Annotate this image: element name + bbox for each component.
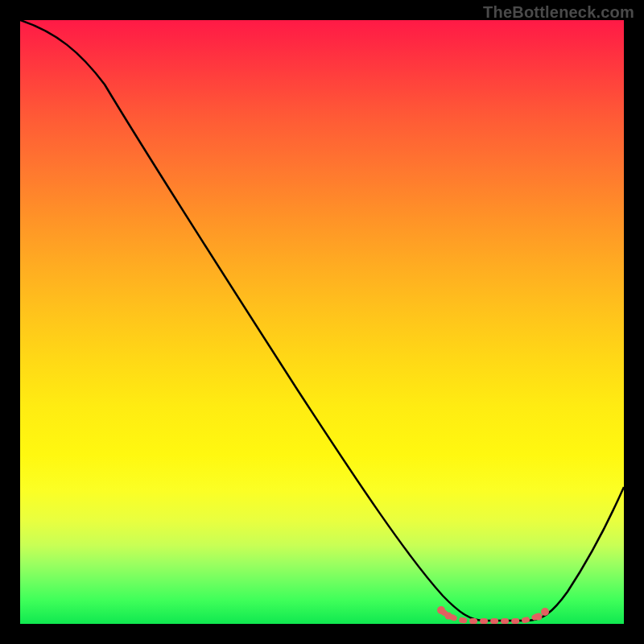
watermark-text: TheBottleneck.com — [483, 3, 634, 22]
highlight-dotted — [443, 612, 543, 621]
curve-line — [20, 20, 624, 621]
highlight-dot-1 — [445, 613, 452, 620]
highlight-dot-start — [437, 606, 445, 614]
highlight-dot-e1 — [535, 613, 543, 621]
highlight-dot-end — [541, 608, 549, 616]
chart-container: TheBottleneck.com — [0, 0, 644, 644]
chart-svg — [20, 20, 624, 624]
plot-area — [20, 20, 624, 624]
